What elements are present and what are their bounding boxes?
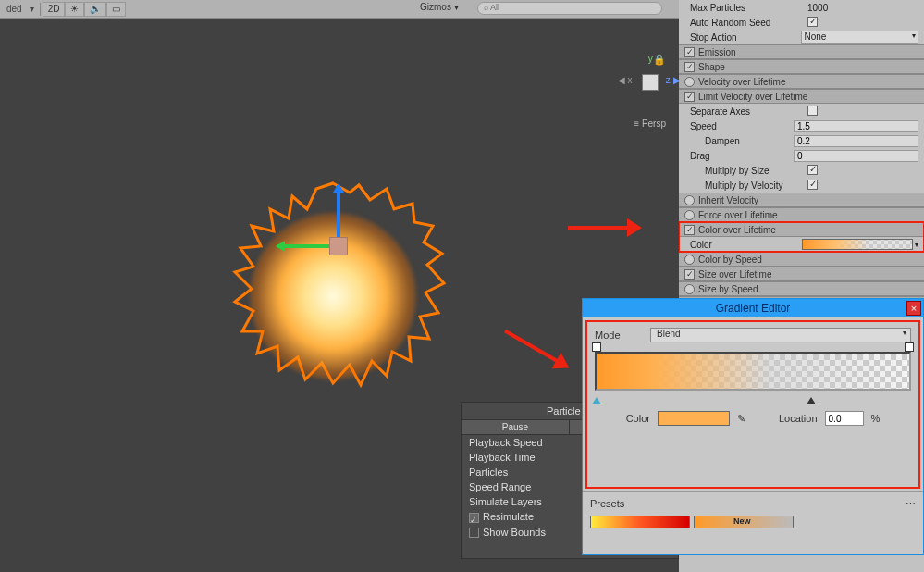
module-color-lifetime[interactable]: Color over Lifetime: [679, 222, 924, 237]
auto-random-seed-row: Auto Random Seed: [679, 15, 924, 30]
color-swatch[interactable]: [658, 411, 730, 426]
gizmos-dropdown[interactable]: Gizmos ▾: [420, 2, 459, 12]
module-size-speed[interactable]: Size by Speed: [679, 281, 924, 296]
dropdown-caret[interactable]: ▾: [915, 241, 918, 249]
gradient-editor-window: Gradient Editor × Mode Blend Color ✎ Loc…: [582, 298, 924, 555]
axis-z[interactable]: z ▶: [666, 75, 679, 85]
mode-label: Mode: [595, 330, 650, 341]
presets-section: Presets ⋯: [583, 491, 923, 532]
color-label: Color: [626, 413, 650, 424]
gizmo-x-axis[interactable]: [277, 244, 333, 248]
color-over-lifetime-highlight: Color over Lifetime Color▾: [679, 222, 924, 252]
location-field[interactable]: [825, 411, 864, 426]
preset-new[interactable]: [694, 516, 794, 528]
gradient-strip-wrap: [595, 352, 911, 391]
eyedropper-icon[interactable]: ✎: [737, 413, 745, 425]
stop-action-row: Stop ActionNone: [679, 30, 924, 44]
annotation-arrow-1: [568, 218, 651, 237]
percent-label: %: [871, 413, 881, 424]
multsize-checkbox[interactable]: [807, 165, 818, 175]
max-particles-row: Max Particles1000: [679, 0, 924, 15]
module-size-lifetime[interactable]: Size over Lifetime: [679, 267, 924, 281]
2d-toggle[interactable]: 2D: [43, 2, 66, 17]
mode-dropdown[interactable]: Blend: [650, 328, 911, 342]
transform-gizmo[interactable]: [324, 231, 351, 259]
fx-icon[interactable]: ▭: [106, 2, 126, 17]
color-stop-left[interactable]: [592, 392, 601, 402]
gradient-body-highlight: Mode Blend Color ✎ Location %: [585, 320, 920, 489]
module-emission[interactable]: Emission: [679, 44, 924, 59]
view-cube-center[interactable]: [642, 74, 659, 91]
module-color-speed[interactable]: Color by Speed: [679, 252, 924, 267]
module-inherit[interactable]: Inherit Velocity: [679, 193, 924, 207]
resimulate-checkbox[interactable]: [469, 513, 479, 523]
module-limit-velocity[interactable]: Limit Velocity over Lifetime: [679, 89, 924, 104]
separate-axes-row: Separate Axes: [679, 104, 924, 118]
presets-menu-icon[interactable]: ⋯: [906, 498, 916, 510]
separator: [40, 3, 41, 16]
projection-label[interactable]: ≡ Persp: [634, 118, 666, 129]
module-velocity[interactable]: Velocity over Lifetime: [679, 74, 924, 89]
dampen-row: Dampen: [679, 133, 924, 148]
orientation-gizmo[interactable]: 🔒 y ◀ x z ▶ ≡ Persp: [634, 54, 666, 129]
search-icon: ⌕: [484, 3, 488, 12]
window-title[interactable]: Gradient Editor ×: [583, 299, 923, 317]
axis-y[interactable]: y: [648, 54, 653, 64]
module-force[interactable]: Force over Lifetime: [679, 207, 924, 222]
axis-x[interactable]: ◀ x: [618, 75, 633, 85]
color-row: Color▾: [679, 237, 924, 252]
module-shape[interactable]: Shape: [679, 59, 924, 74]
particle-explosion[interactable]: [213, 176, 453, 417]
color-gradient-swatch[interactable]: [802, 239, 913, 250]
speed-field[interactable]: [794, 120, 918, 132]
light-icon[interactable]: ☀: [65, 2, 84, 17]
speed-row: Speed: [679, 118, 924, 133]
preset-1[interactable]: [590, 516, 690, 528]
drag-field[interactable]: [794, 150, 918, 162]
sepaxes-checkbox[interactable]: [807, 106, 818, 116]
presets-label: Presets: [590, 498, 624, 510]
location-label: Location: [779, 413, 818, 424]
alpha-stop-right[interactable]: [905, 342, 914, 352]
dampen-field[interactable]: [794, 135, 918, 147]
multvel-checkbox[interactable]: [807, 180, 818, 190]
drag-row: Drag: [679, 148, 924, 163]
gradient-strip[interactable]: [595, 352, 911, 391]
close-button[interactable]: ×: [906, 301, 921, 316]
alpha-stop-left[interactable]: [592, 342, 601, 352]
hierarchy-search[interactable]: ⌕ All: [477, 2, 662, 15]
multvel-row: Multiply by Velocity: [679, 178, 924, 193]
color-stop-mid[interactable]: [807, 392, 816, 402]
lock-icon[interactable]: 🔒: [653, 54, 666, 66]
multsize-row: Multiply by Size: [679, 163, 924, 178]
autoseed-checkbox[interactable]: [807, 17, 818, 27]
showbounds-checkbox[interactable]: [469, 528, 479, 538]
stop-action-dropdown[interactable]: None: [801, 31, 919, 44]
dropdown-caret[interactable]: ▾: [26, 4, 38, 14]
tab-label: ded: [3, 4, 26, 14]
gizmo-y-axis[interactable]: [337, 185, 340, 241]
pause-button[interactable]: Pause: [462, 420, 570, 434]
audio-icon[interactable]: 🔊: [84, 2, 106, 17]
gizmo-center[interactable]: [329, 237, 348, 255]
